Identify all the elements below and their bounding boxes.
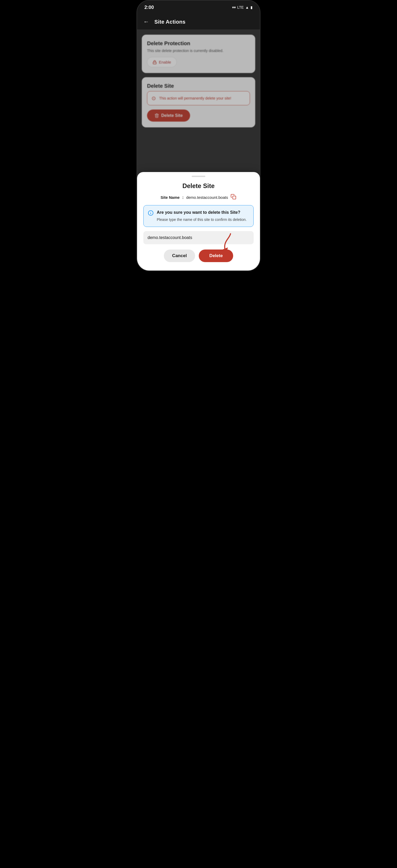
sheet-handle	[192, 176, 205, 177]
info-desc: Please type the name of this site to con…	[157, 217, 247, 222]
wifi-icon: ▾▾	[232, 5, 236, 9]
delete-protection-card: Delete Protection This site delete prote…	[142, 35, 255, 73]
warning-banner: ⊙ This action will permanently delete yo…	[147, 91, 250, 105]
confirm-input[interactable]	[143, 231, 254, 244]
enable-button[interactable]: Enable	[147, 57, 177, 67]
trash-icon	[154, 113, 159, 118]
phone-frame: 2:00 ▾▾ LTE ▲ ▮ ← Site Actions Delete Pr…	[136, 0, 261, 271]
battery-icon: ▮	[250, 5, 252, 9]
info-title: Are you sure you want to delete this Sit…	[157, 210, 247, 215]
delete-protection-description: This site delete protection is currently…	[147, 49, 250, 53]
site-name-row: Site Name : demo.testaccount.boats	[143, 194, 254, 201]
svg-rect-0	[153, 62, 156, 64]
site-name-colon: :	[182, 195, 184, 199]
status-bar: 2:00 ▾▾ LTE ▲ ▮	[137, 1, 260, 14]
delete-site-button-label: Delete Site	[161, 113, 183, 118]
header: ← Site Actions	[137, 14, 260, 29]
delete-site-card: Delete Site ⊙ This action will permanent…	[142, 77, 255, 127]
status-icons: ▾▾ LTE ▲ ▮	[232, 5, 253, 9]
info-box: Are you sure you want to delete this Sit…	[143, 205, 254, 227]
back-button[interactable]: ←	[142, 17, 150, 26]
background-content: Delete Protection This site delete prote…	[137, 29, 260, 133]
delete-protection-title: Delete Protection	[147, 40, 250, 46]
warning-text: This action will permanently delete your…	[159, 96, 231, 100]
cancel-button[interactable]: Cancel	[164, 249, 195, 262]
warning-icon: ⊙	[152, 95, 156, 101]
home-indicator	[183, 267, 214, 269]
svg-rect-1	[233, 196, 236, 199]
copy-icon[interactable]	[231, 194, 236, 201]
status-time: 2:00	[145, 5, 154, 10]
sheet-buttons: Cancel Delete	[143, 249, 254, 262]
info-content: Are you sure you want to delete this Sit…	[157, 210, 247, 222]
sheet-title: Delete Site	[143, 182, 254, 190]
site-name-label: Site Name	[161, 195, 180, 199]
delete-site-button[interactable]: Delete Site	[147, 110, 190, 122]
bottom-sheet: Delete Site Site Name : demo.testaccount…	[137, 172, 260, 271]
lte-label: LTE	[237, 5, 244, 9]
info-icon	[148, 210, 154, 222]
enable-label: Enable	[159, 60, 171, 64]
main-content: Delete Protection This site delete prote…	[137, 29, 260, 271]
lock-icon	[153, 60, 157, 64]
delete-button[interactable]: Delete	[199, 249, 233, 262]
delete-button-wrapper: Delete	[199, 249, 233, 262]
site-name-value: demo.testaccount.boats	[186, 195, 228, 199]
delete-site-card-title: Delete Site	[147, 83, 250, 89]
signal-icon: ▲	[245, 5, 249, 9]
page-title: Site Actions	[154, 19, 185, 25]
